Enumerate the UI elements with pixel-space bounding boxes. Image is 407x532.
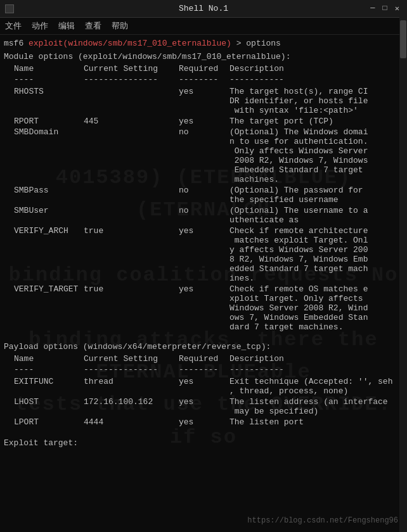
table-row: RPORT 445 yes The target port (TCP)	[14, 117, 401, 126]
row-desc: (Optional) The username to authenticate …	[229, 206, 368, 225]
row-name: RHOSTS	[14, 87, 84, 96]
menu-file[interactable]: 文件	[5, 20, 22, 32]
maximize-button[interactable]: □	[380, 4, 390, 13]
row-name: LPORT	[14, 417, 84, 427]
ul-setting: ---------------	[84, 75, 179, 84]
options-cmd: > options	[231, 39, 281, 48]
module-options-header: Module options (exploit/windows/smb/ms17…	[4, 52, 401, 61]
header-required: Required	[179, 64, 229, 73]
row-desc: The target host(s), range CIDR identifie…	[229, 87, 368, 115]
ul-name: ----	[14, 75, 84, 84]
row-desc: (Optional) The password forthe specified…	[229, 186, 363, 205]
header-desc: Description	[229, 64, 284, 73]
ul-desc: -----------	[229, 365, 284, 374]
row-setting: true	[84, 284, 179, 294]
row-required: yes	[179, 87, 229, 96]
title-bar-title: Shell No.1	[179, 4, 228, 13]
header-name: Name	[14, 64, 84, 73]
row-required: yes	[179, 284, 229, 294]
table-row: SMBDomain no (Optional) The Windows doma…	[14, 127, 401, 184]
row-setting: thread	[84, 377, 179, 386]
menu-view[interactable]: 查看	[85, 20, 101, 32]
ul-setting: ---------------	[84, 365, 179, 374]
row-desc: Exit technique (Accepted: '', seh, threa…	[229, 377, 392, 396]
row-name: RPORT	[14, 117, 84, 126]
module-options-table: Name Current Setting Required Descriptio…	[14, 64, 401, 332]
header-required: Required	[179, 354, 229, 364]
ul-desc: -----------	[229, 75, 284, 84]
table-row: SMBPass no (Optional) The password forth…	[14, 186, 401, 205]
row-name: VERIFY_ARCH	[14, 226, 84, 236]
ul-name: ----	[14, 365, 84, 374]
payload-options-header: Payload options (windows/x64/meterpreter…	[4, 342, 401, 352]
row-required: yes	[179, 117, 229, 126]
row-name: SMBPass	[14, 186, 84, 195]
row-setting: 4444	[84, 417, 179, 427]
prompt-line: msf6 exploit(windows/smb/ms17_010_eterna…	[4, 39, 401, 48]
table-row: LPORT 4444 yes The listen port	[14, 417, 401, 427]
row-name: LHOST	[14, 397, 84, 407]
row-required: yes	[179, 377, 229, 386]
watermark: https://blog.csdn.net/Fengsheng96	[247, 516, 398, 525]
title-bar-left	[5, 4, 14, 13]
row-setting: true	[84, 226, 179, 236]
window-icon	[5, 4, 14, 13]
table-row: EXITFUNC thread yes Exit technique (Acce…	[14, 377, 401, 396]
row-setting: 172.16.100.162	[84, 397, 179, 407]
row-required: yes	[179, 397, 229, 407]
header-setting: Current Setting	[84, 354, 179, 364]
table-row: SMBUser no (Optional) The username to au…	[14, 206, 401, 225]
menu-action[interactable]: 动作	[32, 20, 48, 32]
table-row: RHOSTS yes The target host(s), range CID…	[14, 87, 401, 115]
title-bar-controls: — □ ✕	[368, 4, 402, 13]
ul-required: --------	[179, 365, 229, 374]
payload-table-headers: Name Current Setting Required Descriptio…	[14, 354, 401, 364]
row-required: no	[179, 127, 229, 137]
row-setting: 445	[84, 117, 179, 126]
row-desc: The listen port	[229, 417, 304, 427]
title-bar: Shell No.1 — □ ✕	[0, 0, 407, 18]
row-desc: Check if remote OS matches exploit Targe…	[229, 284, 368, 332]
menu-help[interactable]: 帮助	[112, 20, 128, 32]
payload-options-table: Name Current Setting Required Descriptio…	[14, 354, 401, 427]
payload-table-underline: --------------------------------------	[14, 365, 401, 374]
row-required: no	[179, 206, 229, 215]
row-required: no	[179, 186, 229, 195]
table-row: LHOST 172.16.100.162 yes The listen addr…	[14, 397, 401, 416]
table-row: VERIFY_TARGET true yes Check if remote O…	[14, 284, 401, 332]
exploit-path: exploit(windows/smb/ms17_010_eternalblue…	[29, 39, 231, 48]
minimize-button[interactable]: —	[368, 4, 377, 13]
row-name: EXITFUNC	[14, 377, 84, 386]
header-setting: Current Setting	[84, 64, 179, 73]
menu-bar: 文件 动作 编辑 查看 帮助	[0, 18, 407, 35]
table-headers: Name Current Setting Required Descriptio…	[14, 64, 401, 73]
row-desc: (Optional) The Windows domain to use for…	[229, 127, 368, 184]
row-name: VERIFY_TARGET	[14, 284, 84, 294]
header-name: Name	[14, 354, 84, 364]
row-desc: Check if remote architecture matches exp…	[229, 226, 368, 283]
row-desc: The listen address (an interface may be …	[229, 397, 388, 416]
header-desc: Description	[229, 354, 284, 364]
row-desc: The target port (TCP)	[229, 117, 333, 126]
terminal-area: 4015389) (ETERNALBLUE) (ETERNALCH bindin…	[0, 35, 407, 529]
menu-edit[interactable]: 编辑	[58, 20, 75, 32]
row-required: yes	[179, 226, 229, 236]
table-underline: --------------------------------------	[14, 75, 401, 84]
msf-label: msf6	[4, 39, 29, 48]
table-row: VERIFY_ARCH true yes Check if remote arc…	[14, 226, 401, 283]
exploit-target-label: Exploit target:	[4, 438, 401, 448]
row-name: SMBDomain	[14, 127, 84, 137]
ul-required: --------	[179, 75, 229, 84]
row-name: SMBUser	[14, 206, 84, 215]
row-required: yes	[179, 417, 229, 427]
